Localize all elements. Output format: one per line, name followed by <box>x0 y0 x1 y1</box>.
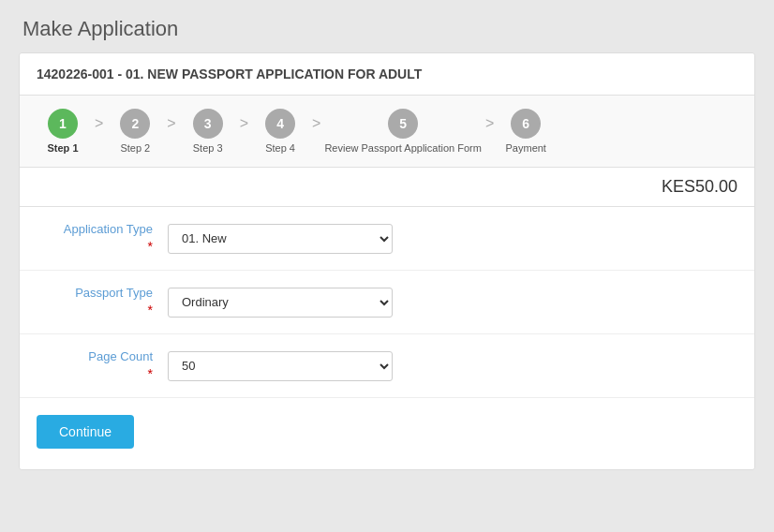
page-count-row: Page Count * 32 50 <box>20 334 754 398</box>
step-5: 5 Review Passport Application Form <box>324 109 482 154</box>
step-3-circle: 3 <box>193 109 223 139</box>
stepper: 1 Step 1 > 2 Step 2 > 3 Step 3 > 4 Step … <box>20 96 754 168</box>
step-2: 2 Step 2 <box>107 109 163 154</box>
step-5-label: Review Passport Application Form <box>324 142 482 154</box>
application-type-label: Application Type * <box>37 222 168 255</box>
page-count-select[interactable]: 32 50 <box>168 351 393 381</box>
step-arrow-2: > <box>167 115 175 147</box>
step-6-circle: 6 <box>511 109 541 139</box>
card-header-title: 1420226-001 - 01. NEW PASSPORT APPLICATI… <box>37 66 737 81</box>
step-2-circle: 2 <box>120 109 150 139</box>
page-header: Make Application <box>0 0 774 52</box>
step-2-label: Step 2 <box>120 142 150 154</box>
passport-type-control: Ordinary Official Diplomatic <box>168 288 737 318</box>
step-6-label: Payment <box>506 142 546 154</box>
application-type-row: Application Type * 01. New 02. Renewal 0… <box>20 207 754 271</box>
step-3-label: Step 3 <box>193 142 223 154</box>
passport-type-row: Passport Type * Ordinary Official Diplom… <box>20 271 754 334</box>
step-arrow-1: > <box>95 115 103 147</box>
step-6: 6 Payment <box>498 109 554 154</box>
page-title: Make Application <box>22 17 752 41</box>
step-arrow-3: > <box>240 115 248 147</box>
card-header: 1420226-001 - 01. NEW PASSPORT APPLICATI… <box>20 53 754 96</box>
header-prefix: 1420226-001 - 01. <box>37 66 143 81</box>
continue-row: Continue <box>20 398 754 469</box>
amount-value: KES50.00 <box>662 177 737 196</box>
passport-type-required: * <box>37 302 153 318</box>
application-type-select[interactable]: 01. New 02. Renewal 03. Lost <box>168 224 393 254</box>
passport-type-select[interactable]: Ordinary Official Diplomatic <box>168 288 393 318</box>
step-4-circle: 4 <box>265 109 295 139</box>
page-count-control: 32 50 <box>168 351 737 381</box>
step-arrow-5: > <box>485 115 494 147</box>
step-3: 3 Step 3 <box>180 109 236 154</box>
application-type-control: 01. New 02. Renewal 03. Lost <box>168 224 737 254</box>
header-suffix: NEW PASSPORT APPLICATION FOR ADULT <box>147 66 422 81</box>
page-count-label: Page Count * <box>37 349 168 382</box>
step-4: 4 Step 4 <box>252 109 308 154</box>
step-arrow-4: > <box>312 115 320 147</box>
main-card: 1420226-001 - 01. NEW PASSPORT APPLICATI… <box>19 52 755 470</box>
step-4-label: Step 4 <box>265 142 295 154</box>
step-1-circle: 1 <box>48 109 78 139</box>
page-count-required: * <box>37 365 153 382</box>
step-1: 1 Step 1 <box>35 109 91 154</box>
step-5-circle: 5 <box>388 109 418 139</box>
passport-type-label: Passport Type * <box>37 286 168 318</box>
step-1-label: Step 1 <box>47 142 78 154</box>
form-section: Application Type * 01. New 02. Renewal 0… <box>20 207 754 469</box>
application-type-required: * <box>37 238 153 255</box>
amount-row: KES50.00 <box>20 168 754 207</box>
continue-button[interactable]: Continue <box>37 415 134 449</box>
